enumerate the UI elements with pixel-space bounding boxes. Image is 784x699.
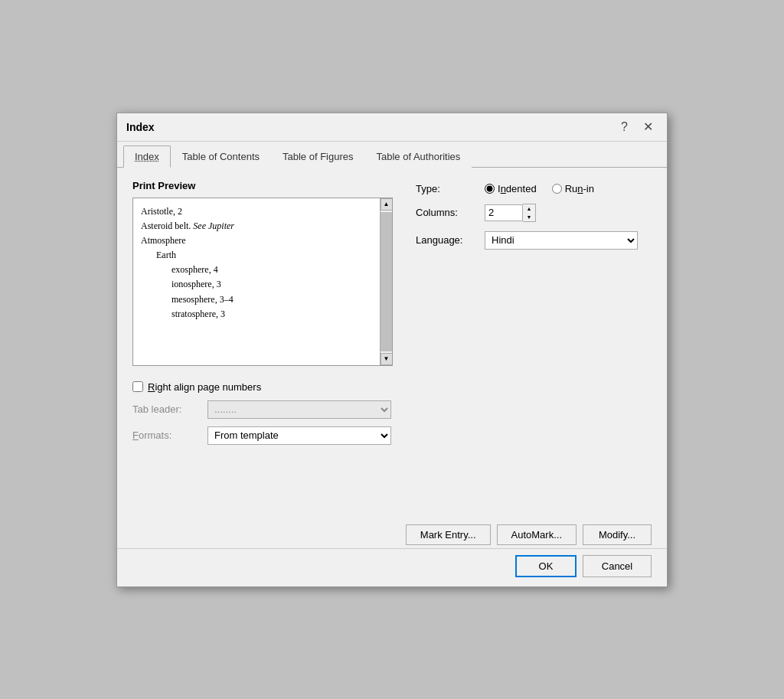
- modify-button[interactable]: Modify...: [583, 524, 652, 545]
- tab-leader-row: Tab leader: ........ ------- ______ none: [132, 400, 393, 419]
- scroll-thumb[interactable]: [381, 212, 392, 351]
- language-label: Language:: [416, 234, 485, 246]
- columns-row: Columns: ▲ ▼: [416, 204, 652, 222]
- dialog-content: Print Preview Aristotle, 2 Asteroid belt…: [117, 168, 667, 524]
- tab-tof[interactable]: Table of Figures: [271, 145, 365, 168]
- list-item: ionosphere, 3: [141, 277, 384, 292]
- action-buttons-row: Mark Entry... AutoMark... Modify...: [117, 524, 667, 548]
- automark-button[interactable]: AutoMark...: [497, 524, 577, 545]
- list-item: Earth: [141, 248, 384, 263]
- radio-runin[interactable]: Run-in: [552, 183, 594, 194]
- cancel-button[interactable]: Cancel: [583, 555, 652, 577]
- list-item: exosphere, 4: [141, 263, 384, 277]
- help-button[interactable]: ?: [616, 119, 632, 135]
- columns-label: Columns:: [416, 207, 485, 218]
- tabs-bar: Index Table of Contents Table of Figures…: [117, 142, 667, 168]
- left-panel: Print Preview Aristotle, 2 Asteroid belt…: [132, 180, 393, 452]
- preview-box: Aristotle, 2 Asteroid belt. See Jupiter …: [132, 198, 393, 366]
- language-select[interactable]: Hindi English Arabic Bengali Chinese: [485, 231, 638, 250]
- confirm-buttons: OK Cancel: [515, 555, 652, 577]
- title-bar: Index ? ✕: [117, 113, 667, 142]
- radio-indented-input[interactable]: [485, 184, 495, 194]
- dialog-title: Index: [126, 121, 155, 133]
- list-item: Asteroid belt. See Jupiter: [141, 219, 384, 234]
- title-controls: ? ✕: [616, 119, 658, 135]
- type-label: Type:: [416, 183, 485, 194]
- tab-index[interactable]: Index: [123, 145, 171, 168]
- index-dialog: Index ? ✕ Index Table of Contents Table …: [116, 113, 668, 587]
- main-row: Print Preview Aristotle, 2 Asteroid belt…: [132, 180, 652, 452]
- radio-indented-label: Indented: [498, 183, 537, 194]
- formats-select[interactable]: From template Classic Fancy Modern Bulle…: [207, 426, 391, 445]
- preview-scrollbar[interactable]: ▲ ▼: [380, 198, 392, 365]
- preview-content: Aristotle, 2 Asteroid belt. See Jupiter …: [133, 198, 392, 365]
- radio-runin-label: Run-in: [565, 183, 594, 194]
- confirm-buttons-row: OK Cancel: [117, 548, 667, 586]
- spinner-buttons: ▲ ▼: [523, 204, 536, 222]
- type-row: Type: Indented Run-in: [416, 183, 652, 194]
- scroll-down-arrow[interactable]: ▼: [381, 353, 393, 365]
- columns-spinner: ▲ ▼: [485, 204, 536, 222]
- right-panel: Type: Indented Run-in Columns:: [416, 180, 652, 452]
- list-item: stratosphere, 3: [141, 307, 384, 322]
- list-item: Aristotle, 2: [141, 204, 384, 219]
- close-button[interactable]: ✕: [639, 119, 658, 135]
- checkbox-section: Right align page numbers Tab leader: ...…: [132, 381, 393, 445]
- list-item: Atmosphere: [141, 234, 384, 248]
- right-align-checkbox[interactable]: [132, 381, 143, 392]
- formats-row: Formats: From template Classic Fancy Mod…: [132, 426, 393, 445]
- language-row: Language: Hindi English Arabic Bengali C…: [416, 231, 652, 250]
- ok-button[interactable]: OK: [515, 555, 577, 577]
- formats-label: Formats:: [132, 430, 201, 441]
- tab-leader-select[interactable]: ........ ------- ______ none: [207, 400, 391, 419]
- right-align-row: Right align page numbers: [132, 381, 393, 393]
- action-buttons: Mark Entry... AutoMark... Modify...: [406, 524, 652, 545]
- spinner-down-button[interactable]: ▼: [523, 213, 535, 221]
- radio-runin-input[interactable]: [552, 184, 562, 194]
- type-radio-group: Indented Run-in: [485, 183, 594, 194]
- columns-input[interactable]: [485, 204, 523, 221]
- right-align-label[interactable]: Right align page numbers: [148, 381, 261, 393]
- mark-entry-button[interactable]: Mark Entry...: [406, 524, 491, 545]
- radio-indented[interactable]: Indented: [485, 183, 537, 194]
- tab-toa[interactable]: Table of Authorities: [365, 145, 472, 168]
- list-item: mesosphere, 3–4: [141, 292, 384, 307]
- scroll-up-arrow[interactable]: ▲: [381, 198, 393, 211]
- print-preview-label: Print Preview: [132, 180, 393, 191]
- spinner-up-button[interactable]: ▲: [523, 204, 535, 213]
- tab-toc[interactable]: Table of Contents: [171, 145, 271, 168]
- tab-leader-label: Tab leader:: [132, 403, 201, 415]
